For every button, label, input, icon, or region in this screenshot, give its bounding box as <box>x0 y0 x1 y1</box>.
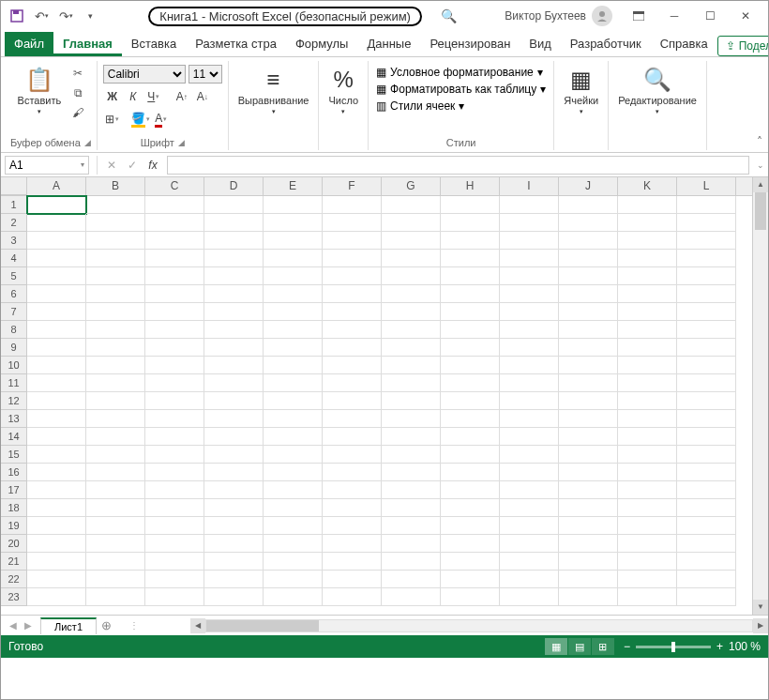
cell[interactable] <box>677 392 736 410</box>
cell[interactable] <box>27 428 86 446</box>
cell[interactable] <box>559 553 618 571</box>
cell[interactable] <box>441 410 500 428</box>
cell[interactable] <box>145 446 204 464</box>
scroll-right-icon[interactable]: ▶ <box>753 618 768 633</box>
cell[interactable] <box>204 339 264 357</box>
cancel-formula-icon[interactable]: ✕ <box>101 156 122 175</box>
cell[interactable] <box>27 499 86 517</box>
row-header[interactable]: 15 <box>1 446 27 464</box>
horizontal-scrollbar[interactable]: ◀ ▶ <box>190 618 768 633</box>
cell[interactable] <box>145 232 204 250</box>
cell[interactable] <box>500 535 559 553</box>
cell[interactable] <box>677 250 736 267</box>
alignment-button[interactable]: ≡ Выравнивание ▾ <box>234 65 313 117</box>
cell[interactable] <box>86 535 145 553</box>
cell[interactable] <box>677 553 736 571</box>
font-name-select[interactable]: Calibri <box>103 65 186 84</box>
cell[interactable] <box>204 410 264 428</box>
tab-developer[interactable]: Разработчик <box>561 32 651 56</box>
bold-button[interactable]: Ж <box>103 87 122 106</box>
cell[interactable] <box>145 285 204 303</box>
zoom-level[interactable]: 100 % <box>729 640 761 653</box>
cell[interactable] <box>618 321 677 339</box>
cell[interactable] <box>204 571 264 588</box>
cell[interactable] <box>323 410 382 428</box>
cell[interactable] <box>382 428 441 446</box>
qat-customize-icon[interactable]: ▾ <box>80 6 100 26</box>
cell[interactable] <box>677 374 736 392</box>
row-header[interactable]: 20 <box>1 535 27 553</box>
cell[interactable] <box>86 553 145 571</box>
row-header[interactable]: 6 <box>1 285 27 303</box>
cell[interactable] <box>559 339 618 357</box>
cell[interactable] <box>204 232 264 250</box>
page-layout-view-icon[interactable]: ▤ <box>568 638 591 655</box>
cell[interactable] <box>86 392 145 410</box>
cell[interactable] <box>618 392 677 410</box>
cell[interactable] <box>618 250 677 267</box>
cell[interactable] <box>145 303 204 321</box>
sheet-prev-icon[interactable]: ◀ <box>7 620 20 631</box>
row-header[interactable]: 2 <box>1 214 27 232</box>
cell[interactable] <box>559 499 618 517</box>
cell[interactable] <box>677 481 736 499</box>
number-button[interactable]: % Число ▾ <box>324 65 362 117</box>
cell[interactable] <box>382 481 441 499</box>
cell[interactable] <box>500 339 559 357</box>
column-header[interactable]: H <box>441 177 500 195</box>
cell[interactable] <box>264 285 323 303</box>
cell[interactable] <box>323 535 382 553</box>
cell[interactable] <box>323 339 382 357</box>
cell[interactable] <box>86 517 145 535</box>
sheet-tab[interactable]: Лист1 <box>40 617 97 634</box>
cell[interactable] <box>618 339 677 357</box>
cell[interactable] <box>559 232 618 250</box>
cell[interactable] <box>264 481 323 499</box>
row-header[interactable]: 1 <box>1 196 27 214</box>
cell[interactable] <box>323 517 382 535</box>
cell[interactable] <box>27 446 86 464</box>
cell[interactable] <box>441 499 500 517</box>
cell[interactable] <box>559 196 618 214</box>
cell[interactable] <box>441 481 500 499</box>
scroll-up-icon[interactable]: ▲ <box>753 177 768 192</box>
row-header[interactable]: 3 <box>1 232 27 250</box>
cell[interactable] <box>145 553 204 571</box>
cell[interactable] <box>677 357 736 374</box>
tab-file[interactable]: Файл <box>5 32 53 56</box>
cell[interactable] <box>441 339 500 357</box>
cell[interactable] <box>441 232 500 250</box>
cell[interactable] <box>677 267 736 285</box>
cell-styles-button[interactable]: ▥Стили ячеек▾ <box>374 99 548 114</box>
cell[interactable] <box>618 357 677 374</box>
cell[interactable] <box>559 392 618 410</box>
enter-formula-icon[interactable]: ✓ <box>122 156 143 175</box>
cell[interactable] <box>677 321 736 339</box>
zoom-slider[interactable] <box>636 646 711 648</box>
fill-color-icon[interactable]: 🪣▾ <box>131 110 150 129</box>
cell[interactable] <box>86 464 145 481</box>
cells-button[interactable]: ▦ Ячейки ▾ <box>560 65 602 117</box>
cell[interactable] <box>323 321 382 339</box>
cell[interactable] <box>559 267 618 285</box>
dialog-launcher-icon[interactable]: ◢ <box>84 138 91 147</box>
cell[interactable] <box>677 571 736 588</box>
cell[interactable] <box>323 214 382 232</box>
cell[interactable] <box>618 535 677 553</box>
cell[interactable] <box>500 232 559 250</box>
cell[interactable] <box>86 285 145 303</box>
cell[interactable] <box>145 357 204 374</box>
cell[interactable] <box>264 232 323 250</box>
cell[interactable] <box>264 267 323 285</box>
cell[interactable] <box>204 303 264 321</box>
share-button[interactable]: ⇪Поделиться <box>717 36 769 56</box>
cell[interactable] <box>27 196 86 214</box>
cell[interactable] <box>618 410 677 428</box>
cell[interactable] <box>323 392 382 410</box>
cell[interactable] <box>382 553 441 571</box>
cell[interactable] <box>27 321 86 339</box>
tab-review[interactable]: Рецензирован <box>420 32 520 56</box>
cell[interactable] <box>145 374 204 392</box>
cell[interactable] <box>86 267 145 285</box>
ribbon-display-icon[interactable] <box>622 4 656 28</box>
